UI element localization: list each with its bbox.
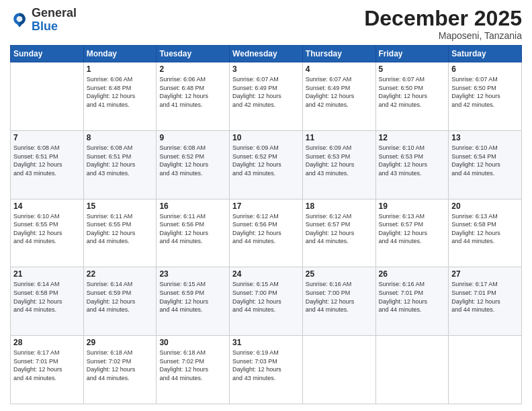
day-info: Sunrise: 6:08 AM Sunset: 6:52 PM Dayligh…	[159, 144, 226, 177]
day-number: 15	[87, 201, 154, 211]
day-info: Sunrise: 6:15 AM Sunset: 7:00 PM Dayligh…	[232, 280, 300, 314]
calendar-cell: 31Sunrise: 6:19 AM Sunset: 7:03 PM Dayli…	[230, 336, 303, 404]
day-number: 8	[87, 133, 154, 142]
month-title: December 2025	[364, 7, 522, 30]
calendar-header-row: SundayMondayTuesdayWednesdayThursdayFrid…	[11, 46, 522, 62]
calendar-cell: 25Sunrise: 6:16 AM Sunset: 7:00 PM Dayli…	[302, 267, 375, 336]
day-info: Sunrise: 6:09 AM Sunset: 6:52 PM Dayligh…	[232, 144, 300, 177]
calendar-cell: 4Sunrise: 6:07 AM Sunset: 6:49 PM Daylig…	[302, 62, 375, 131]
day-number: 14	[13, 201, 81, 211]
location: Maposeni, Tanzania	[364, 30, 522, 41]
day-info: Sunrise: 6:16 AM Sunset: 7:00 PM Dayligh…	[306, 280, 373, 314]
svg-point-0	[17, 16, 23, 22]
day-info: Sunrise: 6:07 AM Sunset: 6:50 PM Dayligh…	[379, 75, 446, 109]
calendar-cell: 23Sunrise: 6:15 AM Sunset: 6:59 PM Dayli…	[157, 267, 230, 336]
day-info: Sunrise: 6:08 AM Sunset: 6:51 PM Dayligh…	[87, 144, 154, 177]
day-number: 25	[306, 269, 373, 279]
calendar-cell: 28Sunrise: 6:17 AM Sunset: 7:01 PM Dayli…	[11, 336, 84, 404]
logo-general: General	[32, 6, 77, 19]
calendar-cell: 6Sunrise: 6:07 AM Sunset: 6:50 PM Daylig…	[449, 62, 522, 131]
day-info: Sunrise: 6:10 AM Sunset: 6:55 PM Dayligh…	[13, 212, 81, 246]
day-number: 18	[306, 201, 373, 211]
day-number: 27	[451, 269, 519, 279]
day-number: 21	[13, 269, 81, 279]
calendar-cell: 16Sunrise: 6:11 AM Sunset: 6:56 PM Dayli…	[157, 199, 230, 267]
day-number: 10	[232, 133, 300, 142]
calendar-cell: 11Sunrise: 6:09 AM Sunset: 6:53 PM Dayli…	[302, 130, 375, 199]
day-info: Sunrise: 6:18 AM Sunset: 7:02 PM Dayligh…	[87, 349, 154, 382]
calendar-cell: 22Sunrise: 6:14 AM Sunset: 6:59 PM Dayli…	[83, 267, 157, 336]
calendar-cell: 3Sunrise: 6:07 AM Sunset: 6:49 PM Daylig…	[230, 62, 303, 131]
calendar-cell	[449, 336, 522, 404]
calendar-cell: 30Sunrise: 6:18 AM Sunset: 7:02 PM Dayli…	[157, 336, 230, 404]
day-info: Sunrise: 6:15 AM Sunset: 6:59 PM Dayligh…	[159, 280, 226, 314]
title-block: December 2025 Maposeni, Tanzania	[364, 7, 522, 41]
calendar-cell: 1Sunrise: 6:06 AM Sunset: 6:48 PM Daylig…	[83, 62, 157, 131]
calendar-cell: 2Sunrise: 6:06 AM Sunset: 6:48 PM Daylig…	[157, 62, 230, 131]
calendar-header-saturday: Saturday	[449, 46, 522, 62]
calendar-cell: 5Sunrise: 6:07 AM Sunset: 6:50 PM Daylig…	[375, 62, 449, 131]
calendar-week-4: 21Sunrise: 6:14 AM Sunset: 6:58 PM Dayli…	[11, 267, 522, 336]
day-number: 31	[232, 338, 300, 347]
logo: General Blue	[10, 7, 77, 34]
day-info: Sunrise: 6:11 AM Sunset: 6:56 PM Dayligh…	[159, 212, 226, 246]
day-number: 29	[87, 338, 154, 347]
day-number: 13	[451, 133, 519, 142]
logo-text: General Blue	[32, 7, 77, 34]
day-number: 20	[451, 201, 519, 211]
day-info: Sunrise: 6:19 AM Sunset: 7:03 PM Dayligh…	[232, 349, 300, 382]
calendar-cell: 10Sunrise: 6:09 AM Sunset: 6:52 PM Dayli…	[230, 130, 303, 199]
page: General Blue December 2025 Maposeni, Tan…	[0, 0, 532, 411]
day-number: 17	[232, 201, 300, 211]
day-info: Sunrise: 6:06 AM Sunset: 6:48 PM Dayligh…	[159, 75, 226, 109]
day-number: 28	[13, 338, 81, 347]
day-info: Sunrise: 6:13 AM Sunset: 6:57 PM Dayligh…	[379, 212, 446, 246]
calendar-cell	[375, 336, 449, 404]
day-number: 12	[379, 133, 446, 142]
day-info: Sunrise: 6:18 AM Sunset: 7:02 PM Dayligh…	[159, 349, 226, 382]
logo-blue: Blue	[32, 19, 58, 33]
day-info: Sunrise: 6:17 AM Sunset: 7:01 PM Dayligh…	[451, 280, 519, 314]
day-info: Sunrise: 6:07 AM Sunset: 6:50 PM Dayligh…	[451, 75, 519, 109]
day-number: 3	[232, 64, 300, 74]
day-number: 26	[379, 269, 446, 279]
day-info: Sunrise: 6:11 AM Sunset: 6:55 PM Dayligh…	[87, 212, 154, 246]
calendar-week-5: 28Sunrise: 6:17 AM Sunset: 7:01 PM Dayli…	[11, 336, 522, 404]
calendar-table: SundayMondayTuesdayWednesdayThursdayFrid…	[10, 45, 522, 404]
calendar-cell: 20Sunrise: 6:13 AM Sunset: 6:58 PM Dayli…	[449, 199, 522, 267]
day-info: Sunrise: 6:07 AM Sunset: 6:49 PM Dayligh…	[306, 75, 373, 109]
calendar-header-wednesday: Wednesday	[230, 46, 303, 62]
calendar-cell: 17Sunrise: 6:12 AM Sunset: 6:56 PM Dayli…	[230, 199, 303, 267]
day-number: 24	[232, 269, 300, 279]
day-number: 23	[159, 269, 226, 279]
day-info: Sunrise: 6:09 AM Sunset: 6:53 PM Dayligh…	[306, 144, 373, 177]
day-number: 11	[306, 133, 373, 142]
day-info: Sunrise: 6:06 AM Sunset: 6:48 PM Dayligh…	[87, 75, 154, 109]
day-info: Sunrise: 6:10 AM Sunset: 6:53 PM Dayligh…	[379, 144, 446, 177]
day-number: 9	[159, 133, 226, 142]
day-info: Sunrise: 6:08 AM Sunset: 6:51 PM Dayligh…	[13, 144, 81, 177]
calendar-cell: 7Sunrise: 6:08 AM Sunset: 6:51 PM Daylig…	[11, 130, 84, 199]
calendar-cell	[11, 62, 84, 131]
day-number: 16	[159, 201, 226, 211]
calendar-cell	[302, 336, 375, 404]
day-number: 5	[379, 64, 446, 74]
calendar-cell: 21Sunrise: 6:14 AM Sunset: 6:58 PM Dayli…	[11, 267, 84, 336]
day-info: Sunrise: 6:07 AM Sunset: 6:49 PM Dayligh…	[232, 75, 300, 109]
logo-icon	[10, 11, 29, 30]
calendar-cell: 27Sunrise: 6:17 AM Sunset: 7:01 PM Dayli…	[449, 267, 522, 336]
calendar-cell: 8Sunrise: 6:08 AM Sunset: 6:51 PM Daylig…	[83, 130, 157, 199]
calendar-header-thursday: Thursday	[302, 46, 375, 62]
day-info: Sunrise: 6:16 AM Sunset: 7:01 PM Dayligh…	[379, 280, 446, 314]
day-info: Sunrise: 6:13 AM Sunset: 6:58 PM Dayligh…	[451, 212, 519, 246]
day-info: Sunrise: 6:12 AM Sunset: 6:57 PM Dayligh…	[306, 212, 373, 246]
calendar-header-tuesday: Tuesday	[157, 46, 230, 62]
day-info: Sunrise: 6:12 AM Sunset: 6:56 PM Dayligh…	[232, 212, 300, 246]
calendar-cell: 26Sunrise: 6:16 AM Sunset: 7:01 PM Dayli…	[375, 267, 449, 336]
day-number: 1	[87, 64, 154, 74]
calendar-cell: 9Sunrise: 6:08 AM Sunset: 6:52 PM Daylig…	[157, 130, 230, 199]
calendar-header-sunday: Sunday	[11, 46, 84, 62]
day-number: 2	[159, 64, 226, 74]
day-info: Sunrise: 6:14 AM Sunset: 6:58 PM Dayligh…	[13, 280, 81, 314]
day-number: 19	[379, 201, 446, 211]
